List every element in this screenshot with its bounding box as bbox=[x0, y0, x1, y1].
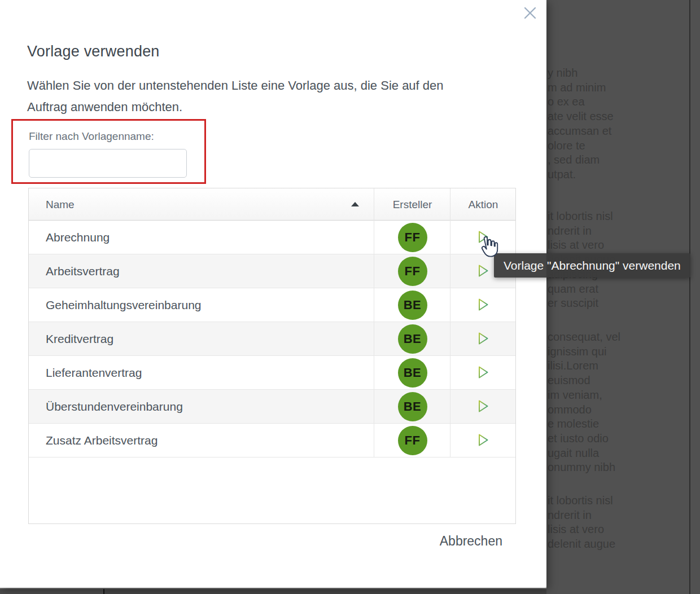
background-text-line: it lobortis nisl bbox=[548, 209, 694, 224]
background-text-line: ilisi.Lorem bbox=[548, 359, 694, 373]
template-name: Kreditvertrag bbox=[29, 322, 374, 356]
background-text-block: y nibhm ad minimo ex eaate velit esseacc… bbox=[548, 66, 694, 182]
background-text-line: lisis at vero bbox=[548, 522, 694, 537]
table-row[interactable]: Geheimhaltungsvereinbarung BE bbox=[29, 288, 515, 322]
creator-avatar: BE bbox=[398, 291, 427, 320]
creator-cell: BE bbox=[375, 390, 450, 424]
table-row[interactable]: Kreditvertrag BE bbox=[29, 322, 515, 356]
background-text-line: et iusto odio bbox=[548, 432, 694, 446]
creator-cell: FF bbox=[375, 424, 450, 457]
hand-cursor-icon bbox=[477, 236, 498, 262]
column-header-aktion: Aktion bbox=[451, 188, 515, 221]
table-row[interactable]: Arbeitsvertrag FF bbox=[29, 254, 515, 288]
background-text-line: consequat, vel bbox=[548, 330, 694, 345]
table-row[interactable]: Lieferantenvertrag BE bbox=[29, 356, 515, 390]
background-vertical-divider bbox=[689, 0, 690, 594]
dimmed-background-page: y nibhm ad minimo ex eaate velit esseacc… bbox=[546, 0, 700, 594]
play-icon[interactable] bbox=[476, 365, 491, 381]
vorlage-verwenden-dialog: Vorlage verwenden Wählen Sie von der unt… bbox=[0, 0, 546, 588]
creator-avatar: BE bbox=[398, 358, 427, 388]
creator-cell: BE bbox=[375, 356, 450, 390]
background-text-line: ate velit esse bbox=[548, 109, 694, 124]
background-text-line: accumsan et bbox=[548, 124, 694, 139]
column-header-name[interactable]: Name bbox=[29, 188, 374, 221]
creator-avatar: FF bbox=[398, 223, 427, 252]
creator-avatar: BE bbox=[398, 392, 427, 421]
filter-input[interactable] bbox=[29, 149, 187, 178]
creator-cell: BE bbox=[375, 322, 450, 356]
background-text-line: quam erat bbox=[548, 282, 694, 297]
bottom-strip-divider bbox=[103, 589, 104, 594]
dialog-title: Vorlage verwenden bbox=[27, 43, 160, 60]
background-text-line: onummy nibh bbox=[548, 460, 694, 475]
background-text-line: ignissim qui bbox=[548, 345, 694, 359]
background-text-line: y nibh bbox=[548, 66, 694, 81]
background-text-line: euismod bbox=[548, 373, 694, 388]
template-name: Abrechnung bbox=[29, 221, 374, 254]
background-text-line: e molestie bbox=[548, 417, 694, 432]
action-cell bbox=[451, 356, 515, 390]
background-text-line: ommodo bbox=[548, 403, 694, 417]
template-name: Lieferantenvertrag bbox=[29, 356, 374, 390]
background-text-line: ndrerit in bbox=[548, 508, 694, 523]
cancel-button[interactable]: Abbrechen bbox=[440, 534, 502, 549]
play-icon[interactable] bbox=[476, 399, 491, 415]
template-name: Überstundenvereinbarung bbox=[29, 390, 374, 424]
column-header-ersteller: Ersteller bbox=[375, 188, 450, 221]
creator-avatar: FF bbox=[398, 257, 427, 286]
play-icon[interactable] bbox=[476, 331, 491, 347]
background-text-line: ugait nulla bbox=[548, 446, 694, 461]
play-icon[interactable] bbox=[476, 263, 491, 279]
templates-table: Name Ersteller Aktion Abrechnung FF Arbe… bbox=[28, 188, 516, 524]
bottom-strip-left-segment bbox=[0, 589, 103, 594]
background-text-line: lisis at vero bbox=[548, 238, 694, 253]
background-text-line: im veniam, bbox=[548, 388, 694, 403]
background-text-block: it lobortis nislndrerit inlisis at verod… bbox=[548, 494, 694, 552]
table-row[interactable]: Abrechnung FF bbox=[29, 221, 515, 254]
column-header-aktion-label: Aktion bbox=[469, 199, 498, 210]
background-bottom-strip bbox=[0, 588, 546, 594]
table-row[interactable]: Zusatz Arbeitsvertrag FF bbox=[29, 424, 515, 457]
template-name: Arbeitsvertrag bbox=[29, 254, 374, 288]
creator-cell: BE bbox=[375, 288, 450, 322]
action-cell bbox=[451, 424, 515, 457]
column-header-name-label: Name bbox=[46, 199, 75, 210]
background-text-line: o ex ea bbox=[548, 95, 694, 109]
action-cell bbox=[451, 322, 515, 356]
background-text-line: m ad minim bbox=[548, 81, 694, 95]
background-text-line: , sed diam bbox=[548, 153, 694, 168]
creator-avatar: FF bbox=[398, 426, 427, 455]
annotation-red-box: Filter nach Vorlagenname: bbox=[11, 119, 206, 184]
background-text-line: utpat. bbox=[548, 168, 694, 182]
column-header-ersteller-label: Ersteller bbox=[393, 199, 432, 210]
action-cell bbox=[451, 288, 515, 322]
action-cell bbox=[451, 390, 515, 424]
creator-cell: FF bbox=[375, 254, 450, 288]
background-text-line: er suscipit bbox=[548, 296, 694, 311]
template-name: Zusatz Arbeitsvertrag bbox=[29, 424, 374, 457]
dialog-description: Wählen Sie von der untenstehenden Liste … bbox=[27, 75, 496, 118]
table-row[interactable]: Überstundenvereinbarung BE bbox=[29, 390, 515, 424]
tooltip: Vorlage "Abrechnung" verwenden bbox=[494, 253, 690, 278]
creator-cell: FF bbox=[375, 221, 450, 254]
background-text-line: it lobortis nisl bbox=[548, 494, 694, 508]
background-text-line: olore te bbox=[548, 139, 694, 153]
background-text-block: consequat, velignissim quiilisi.Loremeui… bbox=[548, 330, 694, 475]
table-header: Name Ersteller Aktion bbox=[29, 188, 515, 221]
background-text-line: ndrerit in bbox=[548, 224, 694, 239]
background-text-line: delenit augue bbox=[548, 537, 694, 552]
creator-avatar: BE bbox=[398, 324, 427, 354]
play-icon[interactable] bbox=[476, 297, 491, 313]
play-icon[interactable] bbox=[476, 433, 491, 448]
sort-ascending-icon bbox=[351, 202, 359, 206]
close-icon[interactable] bbox=[520, 3, 540, 23]
filter-label: Filter nach Vorlagenname: bbox=[29, 130, 154, 143]
template-name: Geheimhaltungsvereinbarung bbox=[29, 288, 374, 322]
